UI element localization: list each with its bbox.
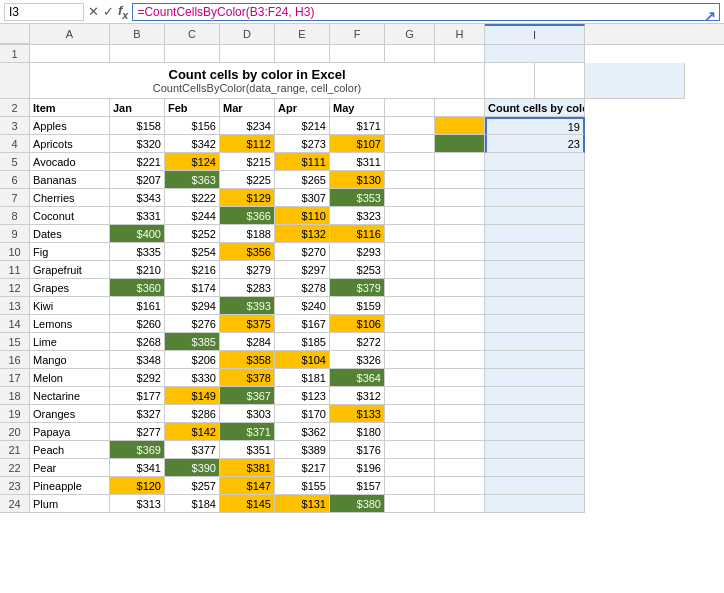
cell-c2[interactable]: Feb bbox=[165, 99, 220, 117]
cell-g-title[interactable] bbox=[485, 63, 535, 99]
cell-h12[interactable] bbox=[435, 279, 485, 297]
cell-c11[interactable]: $216 bbox=[165, 261, 220, 279]
cell-d18[interactable]: $367 bbox=[220, 387, 275, 405]
cell-a8[interactable]: Coconut bbox=[30, 207, 110, 225]
cell-b23[interactable]: $120 bbox=[110, 477, 165, 495]
cell-a20[interactable]: Papaya bbox=[30, 423, 110, 441]
cell-f8[interactable]: $323 bbox=[330, 207, 385, 225]
cell-f11[interactable]: $253 bbox=[330, 261, 385, 279]
cell-i23[interactable] bbox=[485, 477, 585, 495]
cell-i-title[interactable] bbox=[585, 63, 685, 99]
cell-g14[interactable] bbox=[385, 315, 435, 333]
cell-h13[interactable] bbox=[435, 297, 485, 315]
cell-a1[interactable] bbox=[30, 45, 110, 63]
cell-f3[interactable]: $171 bbox=[330, 117, 385, 135]
cell-i19[interactable] bbox=[485, 405, 585, 423]
cell-h6[interactable] bbox=[435, 171, 485, 189]
cell-i8[interactable] bbox=[485, 207, 585, 225]
cell-h14[interactable] bbox=[435, 315, 485, 333]
cell-h1[interactable] bbox=[435, 45, 485, 63]
cell-i5[interactable] bbox=[485, 153, 585, 171]
cell-a19[interactable]: Oranges bbox=[30, 405, 110, 423]
cell-d15[interactable]: $284 bbox=[220, 333, 275, 351]
cell-a3[interactable]: Apples bbox=[30, 117, 110, 135]
cell-i2-header[interactable]: Count cells by color bbox=[485, 99, 585, 117]
cell-h24[interactable] bbox=[435, 495, 485, 513]
cell-c19[interactable]: $286 bbox=[165, 405, 220, 423]
cell-h20[interactable] bbox=[435, 423, 485, 441]
cell-f23[interactable]: $157 bbox=[330, 477, 385, 495]
cell-i15[interactable] bbox=[485, 333, 585, 351]
cell-i13[interactable] bbox=[485, 297, 585, 315]
cell-g2[interactable] bbox=[385, 99, 435, 117]
cell-a4[interactable]: Apricots bbox=[30, 135, 110, 153]
cell-g16[interactable] bbox=[385, 351, 435, 369]
cell-b5[interactable]: $221 bbox=[110, 153, 165, 171]
cell-c21[interactable]: $377 bbox=[165, 441, 220, 459]
cell-e7[interactable]: $307 bbox=[275, 189, 330, 207]
cell-c6[interactable]: $363 bbox=[165, 171, 220, 189]
cell-h5[interactable] bbox=[435, 153, 485, 171]
cell-f22[interactable]: $196 bbox=[330, 459, 385, 477]
cell-c24[interactable]: $184 bbox=[165, 495, 220, 513]
cell-d21[interactable]: $351 bbox=[220, 441, 275, 459]
cell-g22[interactable] bbox=[385, 459, 435, 477]
cell-i9[interactable] bbox=[485, 225, 585, 243]
cell-d9[interactable]: $188 bbox=[220, 225, 275, 243]
cell-h7[interactable] bbox=[435, 189, 485, 207]
cell-b22[interactable]: $341 bbox=[110, 459, 165, 477]
cell-i3[interactable]: 19 bbox=[485, 117, 585, 135]
cell-f12[interactable]: $379 bbox=[330, 279, 385, 297]
cell-b14[interactable]: $260 bbox=[110, 315, 165, 333]
cell-d10[interactable]: $356 bbox=[220, 243, 275, 261]
cell-e12[interactable]: $278 bbox=[275, 279, 330, 297]
cell-g3[interactable] bbox=[385, 117, 435, 135]
cell-a15[interactable]: Lime bbox=[30, 333, 110, 351]
cell-b2[interactable]: Jan bbox=[110, 99, 165, 117]
cell-e16[interactable]: $104 bbox=[275, 351, 330, 369]
cell-e20[interactable]: $362 bbox=[275, 423, 330, 441]
cell-d17[interactable]: $378 bbox=[220, 369, 275, 387]
cell-c15[interactable]: $385 bbox=[165, 333, 220, 351]
cell-f21[interactable]: $176 bbox=[330, 441, 385, 459]
cell-e19[interactable]: $170 bbox=[275, 405, 330, 423]
cell-a6[interactable]: Bananas bbox=[30, 171, 110, 189]
cell-e22[interactable]: $217 bbox=[275, 459, 330, 477]
cell-e4[interactable]: $273 bbox=[275, 135, 330, 153]
cell-e14[interactable]: $167 bbox=[275, 315, 330, 333]
cell-d12[interactable]: $283 bbox=[220, 279, 275, 297]
cell-e1[interactable] bbox=[275, 45, 330, 63]
cell-i7[interactable] bbox=[485, 189, 585, 207]
cell-d20[interactable]: $371 bbox=[220, 423, 275, 441]
cell-h2[interactable] bbox=[435, 99, 485, 117]
cell-g1[interactable] bbox=[385, 45, 435, 63]
cell-f16[interactable]: $326 bbox=[330, 351, 385, 369]
cell-c1[interactable] bbox=[165, 45, 220, 63]
cell-e24[interactable]: $131 bbox=[275, 495, 330, 513]
cell-d23[interactable]: $147 bbox=[220, 477, 275, 495]
cell-e6[interactable]: $265 bbox=[275, 171, 330, 189]
cell-b9[interactable]: $400 bbox=[110, 225, 165, 243]
cell-b4[interactable]: $320 bbox=[110, 135, 165, 153]
cell-f18[interactable]: $312 bbox=[330, 387, 385, 405]
cell-b18[interactable]: $177 bbox=[110, 387, 165, 405]
cell-e3[interactable]: $214 bbox=[275, 117, 330, 135]
cell-f10[interactable]: $293 bbox=[330, 243, 385, 261]
cell-c10[interactable]: $254 bbox=[165, 243, 220, 261]
cell-e11[interactable]: $297 bbox=[275, 261, 330, 279]
cell-g13[interactable] bbox=[385, 297, 435, 315]
cell-d22[interactable]: $381 bbox=[220, 459, 275, 477]
cell-b3[interactable]: $158 bbox=[110, 117, 165, 135]
cell-i4[interactable]: 23 bbox=[485, 135, 585, 153]
cell-g8[interactable] bbox=[385, 207, 435, 225]
cell-a23[interactable]: Pineapple bbox=[30, 477, 110, 495]
cell-d14[interactable]: $375 bbox=[220, 315, 275, 333]
cell-c23[interactable]: $257 bbox=[165, 477, 220, 495]
cell-c14[interactable]: $276 bbox=[165, 315, 220, 333]
cell-i24[interactable] bbox=[485, 495, 585, 513]
cell-a10[interactable]: Fig bbox=[30, 243, 110, 261]
cell-c4[interactable]: $342 bbox=[165, 135, 220, 153]
cell-c17[interactable]: $330 bbox=[165, 369, 220, 387]
cell-c20[interactable]: $142 bbox=[165, 423, 220, 441]
cell-f1[interactable] bbox=[330, 45, 385, 63]
